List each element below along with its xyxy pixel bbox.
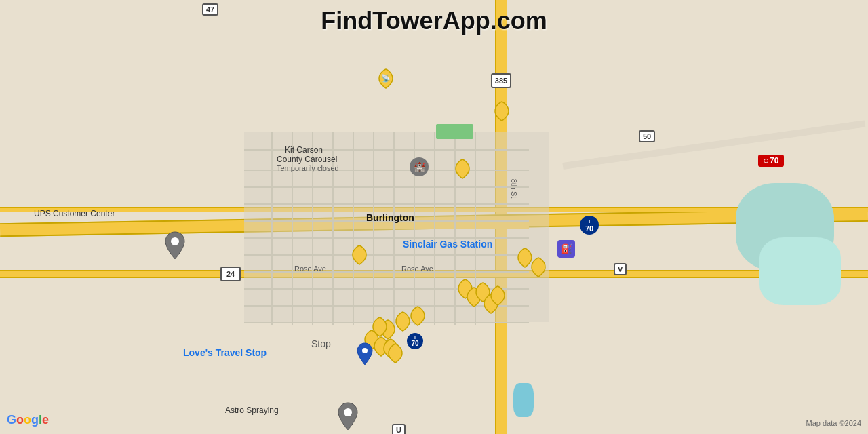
label-ups: UPS Customer Center — [34, 209, 115, 218]
map-copyright: Map data ©2024 — [806, 419, 862, 427]
fuel-icon[interactable]: ⛽ — [557, 240, 575, 258]
water-area-2 — [760, 237, 841, 305]
street-h8 — [244, 271, 529, 273]
green-patch — [436, 124, 473, 139]
google-g2: g — [31, 413, 39, 427]
street-v5 — [353, 132, 354, 326]
route-badge-70-mid: I70 — [407, 333, 423, 349]
street-h4 — [244, 203, 529, 205]
svg-point-3 — [362, 348, 368, 353]
tower-marker-4[interactable] — [350, 244, 369, 266]
tower-marker-9[interactable] — [488, 285, 507, 307]
blue-pin-loves[interactable] — [355, 342, 374, 369]
label-astro: Astro Spraying — [225, 406, 279, 415]
tower-marker-19[interactable] — [529, 256, 548, 278]
google-e: e — [42, 413, 49, 427]
label-sinclair: Sinclair Gas Station — [403, 239, 492, 250]
label-rose-ave-1: Rose Ave — [294, 264, 326, 273]
svg-point-2 — [344, 408, 352, 416]
city-label-burlington: Burlington — [366, 212, 414, 223]
map-container: FindTowerApp.com 47 385 50 I70 ⬡70 24 I7… — [0, 0, 868, 434]
street-h7 — [244, 254, 529, 256]
route-badge-70-topright: ⬡70 — [758, 155, 784, 167]
street-v9 — [434, 132, 435, 326]
google-logo: Google — [7, 413, 49, 427]
route-badge-u: U — [392, 424, 406, 434]
street-h3 — [244, 186, 529, 188]
label-rose-ave-2: Rose Ave — [401, 264, 433, 273]
tower-marker-3[interactable] — [453, 158, 472, 180]
street-v6 — [373, 132, 374, 326]
label-kit-carson-2: County Carousel — [277, 155, 337, 164]
google-o1: o — [16, 413, 24, 427]
route-badge-70-main: I70 — [580, 216, 599, 235]
label-8th-st: 8th St — [510, 179, 518, 199]
google-g: G — [7, 413, 16, 427]
google-o2: o — [24, 413, 31, 427]
svg-point-1 — [171, 237, 179, 245]
gray-pin-astro[interactable] — [336, 401, 360, 434]
street-v1 — [271, 132, 273, 326]
tower-marker-17[interactable] — [386, 342, 405, 364]
label-temporarily-closed: Temporarily closed — [277, 164, 339, 172]
water-small — [513, 383, 534, 417]
label-kit-carson-1: Kit Carson — [285, 145, 323, 155]
gray-pin-ups[interactable] — [163, 231, 187, 263]
label-loves: Love's Travel Stop — [183, 347, 267, 358]
label-stop: Stop — [311, 338, 331, 349]
svg-text:📡: 📡 — [381, 73, 391, 83]
tower-marker-2[interactable] — [492, 100, 511, 122]
street-v7 — [393, 132, 395, 326]
route-badge-24: 24 — [220, 267, 241, 281]
page-title: FindTowerApp.com — [321, 7, 547, 35]
route-badge-385: 385 — [491, 73, 511, 88]
route-badge-47: 47 — [202, 3, 218, 16]
route-badge-50: 50 — [639, 130, 655, 142]
route-badge-v: V — [614, 263, 627, 275]
hotel-icon-kit-carson[interactable]: 🏰 — [410, 157, 429, 176]
tower-marker-1[interactable]: 📡 — [376, 68, 395, 90]
